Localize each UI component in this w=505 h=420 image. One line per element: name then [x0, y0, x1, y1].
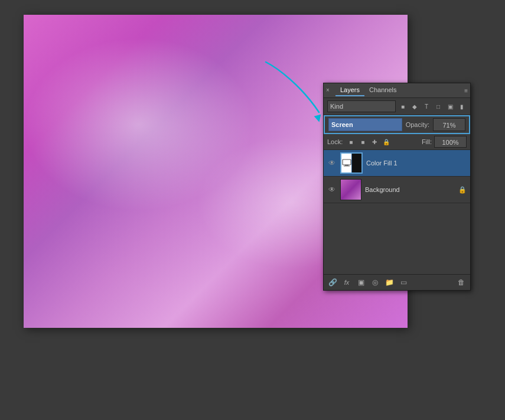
delete-layer-icon[interactable]: 🗑 [456, 277, 467, 288]
blend-mode-select[interactable]: Screen Normal Multiply Overlay [328, 118, 402, 131]
smartobject-filter-icon[interactable]: ▣ [445, 102, 455, 111]
layer-row[interactable]: 👁 Color Fill 1 [324, 150, 470, 177]
panel-menu-icon[interactable]: ≡ [464, 87, 468, 94]
panel-close-button[interactable]: × [326, 87, 332, 93]
lock-pixels-icon[interactable]: ■ [346, 137, 356, 146]
lock-all-icon[interactable]: 🔒 [382, 137, 391, 146]
new-layer-icon[interactable]: ▭ [398, 277, 409, 288]
layer-name: Color Fill 1 [366, 159, 467, 167]
lock-row: Lock: ■ ■ ✚ 🔒 Fill: 100% [324, 134, 470, 150]
pixel-filter-icon[interactable]: ■ [398, 102, 408, 111]
layer-thumb-content [341, 154, 351, 172]
layer-empty-area [324, 203, 470, 274]
panel-header-bar: × Layers Channels ≡ [324, 83, 470, 98]
monitor-icon [342, 159, 351, 167]
link-icon[interactable]: 🔗 [327, 277, 338, 288]
layer-row[interactable]: 👁 Background 🔒 [324, 177, 470, 203]
tab-channels[interactable]: Channels [364, 84, 401, 96]
adjustment-icon[interactable]: ◎ [370, 277, 380, 288]
shape-filter-icon[interactable]: □ [434, 102, 443, 111]
layers-panel: × Layers Channels ≡ Kind ■ ◆ T □ ▣ ▮ Scr… [323, 83, 471, 291]
panel-bottom-toolbar: 🔗 fx ▣ ◎ 📁 ▭ 🗑 [324, 274, 470, 290]
new-group-icon[interactable]: 📁 [384, 277, 395, 288]
fill-label: Fill: [422, 138, 432, 145]
type-filter-icon[interactable]: T [422, 102, 431, 111]
adjustment-filter-icon[interactable]: ◆ [410, 102, 419, 111]
layer-visibility-toggle[interactable]: 👁 [327, 158, 337, 168]
lock-label: Lock: [327, 138, 343, 145]
layer-mask-thumb [352, 154, 361, 172]
svg-rect-1 [343, 159, 351, 165]
layer-visibility-toggle[interactable]: 👁 [327, 185, 337, 194]
blend-opacity-row: Screen Normal Multiply Overlay Opacity: … [324, 115, 470, 134]
tab-layers[interactable]: Layers [335, 84, 364, 96]
fill-value[interactable]: 100% [434, 136, 467, 148]
toggle-filter-icon[interactable]: ▮ [457, 102, 467, 111]
fx-icon[interactable]: fx [341, 277, 352, 288]
layer-lock-icon: 🔒 [458, 186, 467, 194]
layer-thumbnail-pair [340, 152, 363, 174]
svg-rect-2 [345, 165, 348, 166]
new-fill-icon[interactable]: ▣ [356, 277, 366, 288]
layer-thumbnail [340, 179, 361, 200]
opacity-label: Opacity: [406, 121, 429, 128]
filter-icons: ■ ◆ T □ ▣ ▮ [398, 102, 467, 111]
panel-tabs: Layers Channels [335, 84, 464, 96]
lock-move-icon[interactable]: ✚ [370, 137, 379, 146]
lock-position-icon[interactable]: ■ [358, 137, 367, 146]
layer-name: Background [365, 186, 455, 193]
layer-list: 👁 Color Fill 1 👁 Background 🔒 [324, 150, 470, 203]
filter-kind-select[interactable]: Kind [327, 100, 396, 112]
opacity-value[interactable]: 71% [433, 118, 465, 131]
filter-row: Kind ■ ◆ T □ ▣ ▮ [324, 98, 470, 115]
svg-rect-3 [344, 166, 350, 167]
